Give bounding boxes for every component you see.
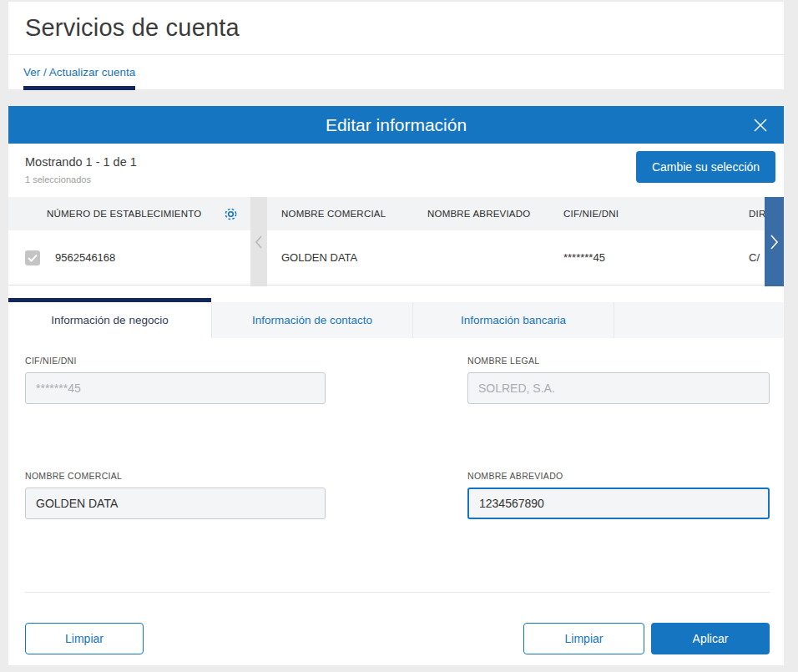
modal-title: Editar información [326, 115, 467, 135]
modal-header: Editar información [8, 106, 784, 144]
footer-divider [25, 592, 770, 593]
nav-tab-view-update-account[interactable]: Ver / Actualizar cuenta [23, 66, 135, 90]
tab-informacion-de-contacto[interactable]: Información de contacto [211, 302, 412, 338]
field-label: NOMBRE LEGAL [467, 356, 770, 366]
cell-direccion: C/ [735, 230, 765, 285]
footer-spacer [144, 623, 523, 654]
scroll-right-control[interactable] [765, 197, 784, 286]
page-subnav: Ver / Actualizar cuenta [8, 55, 784, 90]
cell-nombre-abreviado [413, 230, 549, 285]
edit-information-modal: Editar información Mostrando 1 - 1 de 1 … [8, 106, 784, 665]
gear-icon[interactable] [220, 204, 240, 224]
page-title: Servicios de cuenta [25, 14, 240, 42]
establishment-number: 9562546168 [55, 251, 115, 264]
tab-informacion-bancaria[interactable]: Información bancaria [412, 302, 614, 338]
cell-nombre-comercial: GOLDEN DATA [267, 230, 413, 285]
tabs-filler [614, 302, 784, 338]
field-nombre-abreviado: NOMBRE ABREVIADO [467, 471, 770, 519]
establishments-table: NÚMERO DE ESTABLECIMIENTO 9562546168 [8, 197, 784, 286]
tab-informacion-de-negocio[interactable]: Información de negocio [8, 298, 211, 338]
pinned-column: NÚMERO DE ESTABLECIMIENTO 9562546168 [8, 197, 250, 286]
field-nombre-comercial: NOMBRE COMERCIAL [25, 471, 326, 519]
column-header-nombre-abreviado: NOMBRE ABREVIADO [413, 197, 549, 230]
field-cif-nie-dni: CIF/NIE/DNI [25, 356, 326, 404]
nombre-comercial-input[interactable] [25, 488, 326, 519]
field-nombre-legal: NOMBRE LEGAL [467, 356, 770, 404]
detail-tabs: Información de negocio Información de co… [8, 298, 784, 338]
row-checkbox-checked-disabled [25, 250, 40, 265]
nombre-legal-input [467, 372, 770, 404]
apply-button[interactable]: Aplicar [651, 623, 770, 654]
selection-summary-bar: Mostrando 1 - 1 de 1 1 seleccionados Cam… [8, 144, 784, 197]
modal-footer: Limpiar Limpiar Aplicar [25, 623, 770, 654]
field-label: NOMBRE ABREVIADO [467, 471, 770, 481]
cif-nie-dni-input [25, 372, 326, 404]
nombre-abreviado-input[interactable] [467, 488, 770, 519]
pinned-column-header: NÚMERO DE ESTABLECIMIENTO [8, 197, 250, 230]
column-header-direccion: DIR [735, 197, 765, 230]
column-header-nombre-comercial: NOMBRE COMERCIAL [267, 197, 413, 230]
field-label: CIF/NIE/DNI [25, 356, 326, 366]
change-selection-button[interactable]: Cambie su selección [636, 151, 775, 183]
account-services-card: Servicios de cuenta Ver / Actualizar cue… [8, 2, 784, 89]
chevron-right-icon [769, 234, 780, 250]
page-header: Servicios de cuenta [8, 2, 784, 55]
scroll-left-control[interactable] [250, 197, 267, 286]
cell-cif-nie-dni: *******45 [549, 230, 735, 285]
column-header-cif-nie-dni: CIF/NIE/DNI [549, 197, 735, 230]
field-label: NOMBRE COMERCIAL [25, 471, 326, 481]
business-info-form: CIF/NIE/DNI NOMBRE LEGAL NOMBRE COMERCIA… [8, 338, 784, 519]
pinned-header-label: NÚMERO DE ESTABLECIMIENTO [47, 209, 201, 219]
close-icon[interactable] [752, 117, 769, 134]
chevron-left-icon [254, 235, 264, 250]
clear-selection-button[interactable]: Limpiar [25, 623, 144, 654]
table-row: 9562546168 [8, 230, 250, 285]
clear-form-button[interactable]: Limpiar [523, 623, 644, 654]
scrollable-columns: NOMBRE COMERCIAL NOMBRE ABREVIADO CIF/NI… [267, 197, 765, 286]
